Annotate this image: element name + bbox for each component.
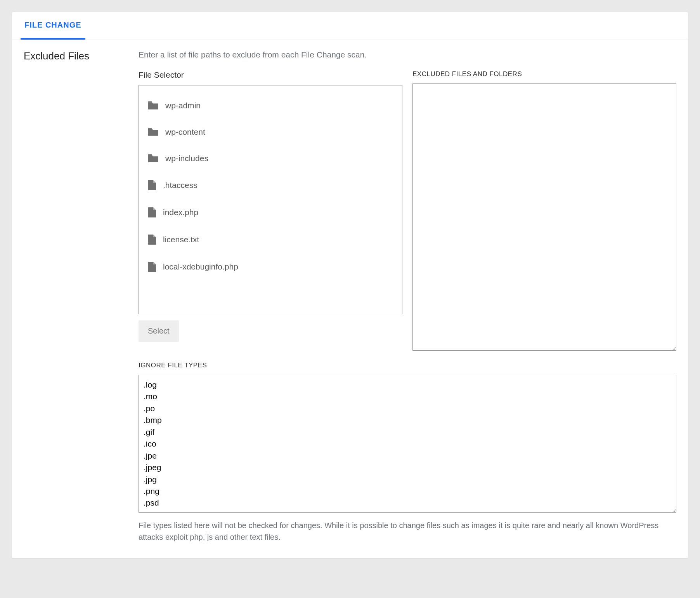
tree-item-index-php[interactable]: index.php xyxy=(143,199,398,226)
tree-item-label: wp-admin xyxy=(165,101,201,110)
tree-item-wp-content[interactable]: wp-content xyxy=(143,119,398,145)
file-selector-label: File Selector xyxy=(139,70,402,80)
ignore-help-text: File types listed here will not be check… xyxy=(139,520,676,543)
excluded-column: EXCLUDED FILES AND FOLDERS xyxy=(412,70,676,351)
section-description: Enter a list of file paths to exclude fr… xyxy=(139,50,676,59)
tree-item-local-xdebuginfo-php[interactable]: local-xdebuginfo.php xyxy=(143,253,398,280)
tree-item-label: .htaccess xyxy=(163,181,198,190)
ignore-label: IGNORE FILE TYPES xyxy=(139,362,676,369)
section-title: Excluded Files xyxy=(24,50,125,62)
content-area: Excluded Files Enter a list of file path… xyxy=(12,40,688,558)
folder-icon xyxy=(148,154,158,163)
folder-icon xyxy=(148,101,158,110)
tree-item-license-txt[interactable]: license.txt xyxy=(143,226,398,253)
main-column: Enter a list of file paths to exclude fr… xyxy=(139,50,676,543)
tab-file-change[interactable]: FILE CHANGE xyxy=(21,12,85,40)
excluded-label: EXCLUDED FILES AND FOLDERS xyxy=(412,70,676,78)
tree-item-label: wp-content xyxy=(165,127,205,137)
file-icon xyxy=(148,262,156,272)
tree-item-label: index.php xyxy=(163,208,198,217)
file-icon xyxy=(148,180,156,190)
tab-bar: FILE CHANGE xyxy=(12,12,688,40)
tree-item-wp-includes[interactable]: wp-includes xyxy=(143,145,398,172)
ignore-file-types-textarea[interactable] xyxy=(139,375,676,513)
file-tree[interactable]: wp-adminwp-contentwp-includes.htaccessin… xyxy=(139,85,402,314)
selector-row: File Selector wp-adminwp-contentwp-inclu… xyxy=(139,70,676,351)
side-column: Excluded Files xyxy=(24,50,125,543)
folder-icon xyxy=(148,128,158,136)
tree-item-label: local-xdebuginfo.php xyxy=(163,262,238,271)
file-icon xyxy=(148,207,156,217)
excluded-textarea[interactable] xyxy=(412,83,676,351)
tree-item-wp-admin[interactable]: wp-admin xyxy=(143,92,398,119)
tree-item-label: wp-includes xyxy=(165,154,208,163)
ignore-section: IGNORE FILE TYPES File types listed here… xyxy=(139,362,676,543)
svg-rect-2 xyxy=(148,154,152,155)
tree-item--htaccess[interactable]: .htaccess xyxy=(143,172,398,199)
settings-panel: FILE CHANGE Excluded Files Enter a list … xyxy=(12,12,688,559)
svg-rect-0 xyxy=(148,101,152,102)
file-icon xyxy=(148,235,156,245)
select-button[interactable]: Select xyxy=(139,320,179,342)
tree-item-label: license.txt xyxy=(163,235,199,244)
file-selector-column: File Selector wp-adminwp-contentwp-inclu… xyxy=(139,70,402,351)
svg-rect-1 xyxy=(148,128,152,129)
